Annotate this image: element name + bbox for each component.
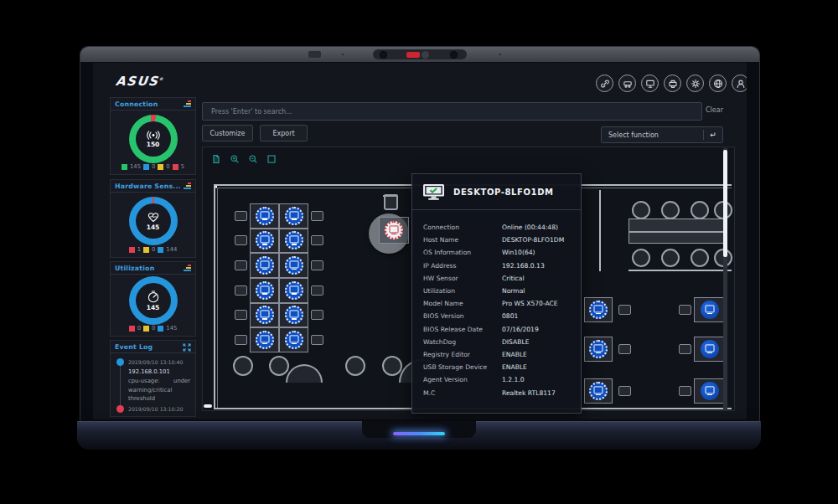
popup-row: Agent Version1.2.1.0 xyxy=(423,373,581,386)
device-icon-managed[interactable] xyxy=(701,301,719,319)
zoom-in-icon[interactable] xyxy=(229,153,240,164)
popup-row: OS InformationWin10(64) xyxy=(423,246,581,259)
hardware-donut-chart: 145 xyxy=(129,197,178,245)
popup-header: DESKTOP-8LFO1DM xyxy=(412,174,581,210)
select-function-dropdown[interactable]: Select function ↵ xyxy=(601,126,723,143)
expand-icon[interactable] xyxy=(183,339,191,355)
device-icon-online[interactable] xyxy=(285,231,303,249)
round-chair xyxy=(632,249,650,267)
chair xyxy=(679,344,691,354)
round-chair xyxy=(691,201,709,219)
globe-icon[interactable] xyxy=(709,75,727,92)
chair xyxy=(311,211,323,221)
popup-row: BIOS Version0801 xyxy=(423,310,581,322)
device-icon-online[interactable] xyxy=(256,207,274,225)
laptop-hinge xyxy=(362,421,476,438)
panel-title: Connection xyxy=(115,100,158,108)
ergolift-light-bar xyxy=(393,432,445,435)
mini-chart-icon[interactable] xyxy=(184,100,191,107)
laptop-base xyxy=(77,421,761,450)
map-vertical-scrollbar-thumb[interactable] xyxy=(723,150,727,257)
mini-chart-icon[interactable] xyxy=(184,265,191,271)
export-button[interactable]: Export xyxy=(260,125,308,141)
clear-button[interactable]: Clear xyxy=(706,106,723,114)
settings-gear-icon[interactable] xyxy=(686,75,704,92)
popup-row: UtilizationNormal xyxy=(423,285,581,297)
hardware-icon[interactable] xyxy=(618,75,636,92)
wall-left-inner xyxy=(217,188,218,408)
desk xyxy=(250,253,279,278)
signal-icon xyxy=(145,131,162,140)
zoom-out-icon[interactable] xyxy=(247,153,258,164)
desk xyxy=(694,337,726,362)
gauge-icon xyxy=(147,291,160,303)
printer-icon[interactable] xyxy=(664,75,681,92)
display-icon[interactable] xyxy=(641,75,659,92)
desk xyxy=(584,297,613,322)
event-dot-critical xyxy=(116,405,124,413)
customize-button[interactable]: Customize xyxy=(202,125,253,141)
legend: 1 0 144 xyxy=(111,246,195,253)
webcam-assembly xyxy=(373,49,467,59)
desk-grid xyxy=(250,203,308,352)
device-icon-online[interactable] xyxy=(589,340,608,358)
popup-row: ConnectionOnline (00:44:48) xyxy=(423,221,581,234)
wall-right-room-bottom xyxy=(628,270,732,271)
desk xyxy=(694,378,726,404)
desk xyxy=(250,303,279,328)
device-icon-critical-selected[interactable] xyxy=(385,221,403,239)
popup-row: WatchDogDISABLE xyxy=(423,336,581,348)
search-input[interactable] xyxy=(210,107,695,116)
webcam-privacy-shutter xyxy=(406,52,420,58)
user-account-icon[interactable] xyxy=(732,75,747,92)
chair xyxy=(311,260,323,270)
desk xyxy=(584,378,613,404)
laptop-top-bezel xyxy=(80,47,759,62)
device-icon-online[interactable] xyxy=(285,207,303,225)
chair xyxy=(618,305,631,315)
popup-row: M.CRealtek RTL8117 xyxy=(423,386,581,399)
desk xyxy=(694,297,726,322)
round-chair xyxy=(345,356,365,376)
device-icon-online[interactable] xyxy=(285,306,303,324)
link-icon[interactable] xyxy=(596,75,613,92)
desk xyxy=(379,217,409,244)
popup-row: BIOS Release Date07/16/2019 xyxy=(423,323,581,336)
device-icon-online[interactable] xyxy=(285,331,303,349)
utilization-panel: Utilization 145 0 0 145 xyxy=(110,261,196,337)
device-icon-online[interactable] xyxy=(285,256,303,275)
chair xyxy=(311,335,323,345)
donut-total: 150 xyxy=(147,141,160,148)
trash-bin xyxy=(384,194,398,210)
wall-left xyxy=(214,184,215,409)
file-icon[interactable] xyxy=(210,153,221,164)
mic-hole xyxy=(499,54,501,55)
legend: 0 0 145 xyxy=(111,325,195,332)
hardware-sensor-panel: Hardware Sens... 145 1 0 144 xyxy=(110,179,196,258)
device-icon-online[interactable] xyxy=(589,382,608,400)
enter-icon: ↵ xyxy=(704,131,722,139)
device-icon-online[interactable] xyxy=(285,281,303,300)
conference-table xyxy=(628,219,724,244)
mic-hole xyxy=(342,54,344,55)
device-icon-online[interactable] xyxy=(256,331,274,349)
device-icon-online[interactable] xyxy=(589,301,608,319)
device-icon-managed[interactable] xyxy=(701,340,719,358)
selection-icon[interactable] xyxy=(266,153,277,164)
event-time: 2019/09/10 13:10:20 xyxy=(128,406,183,412)
asus-logo: ASUS® xyxy=(115,74,163,89)
chair xyxy=(311,310,323,320)
device-icon-online[interactable] xyxy=(256,306,274,324)
wall-right-room xyxy=(599,190,601,271)
donut-total: 145 xyxy=(147,304,160,311)
device-icon-online[interactable] xyxy=(256,256,274,275)
device-icon-online[interactable] xyxy=(256,231,274,249)
mini-chart-icon[interactable] xyxy=(184,183,191,189)
timeline xyxy=(120,363,121,408)
map-horizontal-scrollbar-thumb[interactable] xyxy=(204,404,212,408)
utilization-donut-chart: 145 xyxy=(129,276,178,325)
device-icon-online[interactable] xyxy=(256,281,274,300)
device-icon-managed[interactable] xyxy=(701,382,719,400)
chair xyxy=(679,305,691,315)
stage: ASUS® xyxy=(0,0,838,504)
